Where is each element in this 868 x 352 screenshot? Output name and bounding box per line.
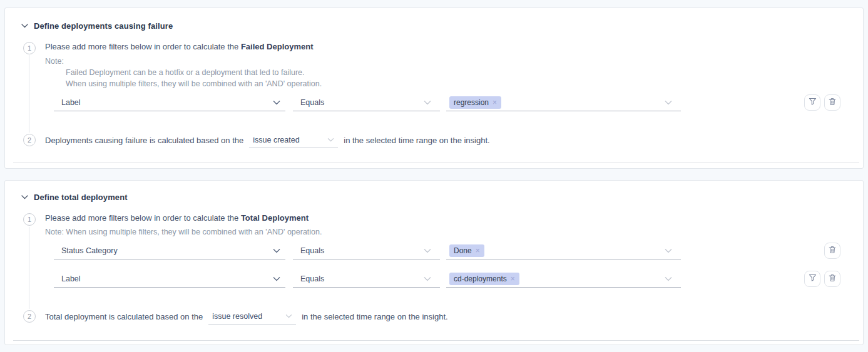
calculation-sentence: Deployments causing failure is calculate… <box>45 131 840 149</box>
panel-title: Define total deployment <box>34 193 128 202</box>
filter-rows: Status Category Equals Done <box>45 242 840 288</box>
chevron-down-icon <box>273 276 280 281</box>
chevron-down-icon <box>285 314 292 318</box>
chevron-down-icon <box>665 276 672 281</box>
advanced-filter-button[interactable] <box>804 271 820 287</box>
filter-field-select[interactable]: Label <box>54 94 285 111</box>
filter-value-select[interactable]: Done <box>446 242 681 259</box>
value-tag: regression <box>449 96 501 109</box>
remove-tag-icon[interactable] <box>493 99 497 106</box>
panel-footer-divider <box>13 163 859 163</box>
filter-row: Label Equals regression <box>54 94 840 111</box>
note-line: When using multiple filters, they will b… <box>66 78 840 89</box>
collapse-chevron-icon[interactable] <box>21 195 28 199</box>
step-prompt: Please add more filters below in order t… <box>45 42 840 52</box>
event-type-select[interactable]: issue created <box>249 132 338 148</box>
panel-header[interactable]: Define total deployment <box>5 181 863 202</box>
trash-icon <box>829 274 836 284</box>
delete-filter-button[interactable] <box>824 243 840 259</box>
remove-tag-icon[interactable] <box>476 247 480 254</box>
chevron-down-icon <box>327 138 334 142</box>
chevron-down-icon <box>273 100 280 105</box>
metric-name: Failed Deployment <box>241 42 314 51</box>
step-1: 1 Please add more filters below in order… <box>5 212 863 288</box>
value-tag: Done <box>449 244 484 257</box>
panel-header[interactable]: Define deployments causing failure <box>5 8 863 31</box>
step-2: 2 Total deployment is calculated based o… <box>5 308 863 325</box>
settings-page: Define deployments causing failure 1 Ple… <box>0 0 868 352</box>
collapse-chevron-icon[interactable] <box>21 24 28 28</box>
panel-title: Define deployments causing failure <box>34 21 173 31</box>
note-label: Note: When using multiple filters, they … <box>45 226 840 238</box>
filter-value-select[interactable]: cd-deployments <box>446 270 681 288</box>
advanced-filter-button[interactable] <box>804 94 820 111</box>
funnel-icon <box>809 98 817 108</box>
filter-row: Status Category Equals Done <box>54 242 840 259</box>
step-number-badge: 1 <box>23 213 36 226</box>
value-tag: cd-deployments <box>449 273 519 285</box>
remove-tag-icon[interactable] <box>511 275 515 283</box>
delete-filter-button[interactable] <box>824 94 840 111</box>
step-1-body: Please add more filters below in order t… <box>45 41 863 111</box>
chevron-down-icon <box>424 100 431 105</box>
step-2-body: Total deployment is calculated based on … <box>45 308 863 325</box>
step-2: 2 Deployments causing failure is calcula… <box>5 131 863 149</box>
chevron-down-icon <box>665 248 672 253</box>
filter-row-actions <box>804 94 840 111</box>
filter-field-select[interactable]: Status Category <box>54 242 285 259</box>
note-label: Note: <box>45 56 840 67</box>
filter-operator-select[interactable]: Equals <box>293 242 440 259</box>
step-1: 1 Please add more filters below in order… <box>5 41 863 111</box>
filter-value-select[interactable]: regression <box>446 94 681 111</box>
filter-rows: Label Equals regression <box>45 94 840 111</box>
chevron-down-icon <box>424 276 431 281</box>
step-prompt: Please add more filters below in order t… <box>45 213 840 223</box>
chevron-down-icon <box>665 100 672 105</box>
filter-row-actions <box>804 271 840 287</box>
step-1-body: Please add more filters below in order t… <box>45 212 863 288</box>
panel-footer-divider <box>13 340 859 341</box>
filter-row: Label Equals cd-deployments <box>54 270 840 288</box>
event-type-select[interactable]: issue resolved <box>208 308 296 324</box>
delete-filter-button[interactable] <box>824 271 840 287</box>
trash-icon <box>829 246 836 256</box>
chevron-down-icon <box>273 248 280 253</box>
calculation-sentence: Total deployment is calculated based on … <box>45 308 840 325</box>
filter-operator-select[interactable]: Equals <box>293 94 440 111</box>
funnel-icon <box>809 274 817 284</box>
chevron-down-icon <box>424 248 431 253</box>
filter-operator-select[interactable]: Equals <box>293 270 440 288</box>
step-number-badge: 2 <box>23 310 36 323</box>
step-2-body: Deployments causing failure is calculate… <box>45 131 863 149</box>
note-line: Failed Deployment can be a hotfix or a d… <box>66 67 840 78</box>
filter-row-actions <box>824 243 840 259</box>
step-number-badge: 2 <box>23 134 36 146</box>
step-number-badge: 1 <box>23 42 36 54</box>
trash-icon <box>829 98 836 108</box>
panel-total-deployment: Define total deployment 1 Please add mor… <box>4 180 864 345</box>
metric-name: Total Deployment <box>241 213 309 223</box>
panel-deployments-causing-failure: Define deployments causing failure 1 Ple… <box>4 8 864 169</box>
filter-field-select[interactable]: Label <box>54 270 285 288</box>
